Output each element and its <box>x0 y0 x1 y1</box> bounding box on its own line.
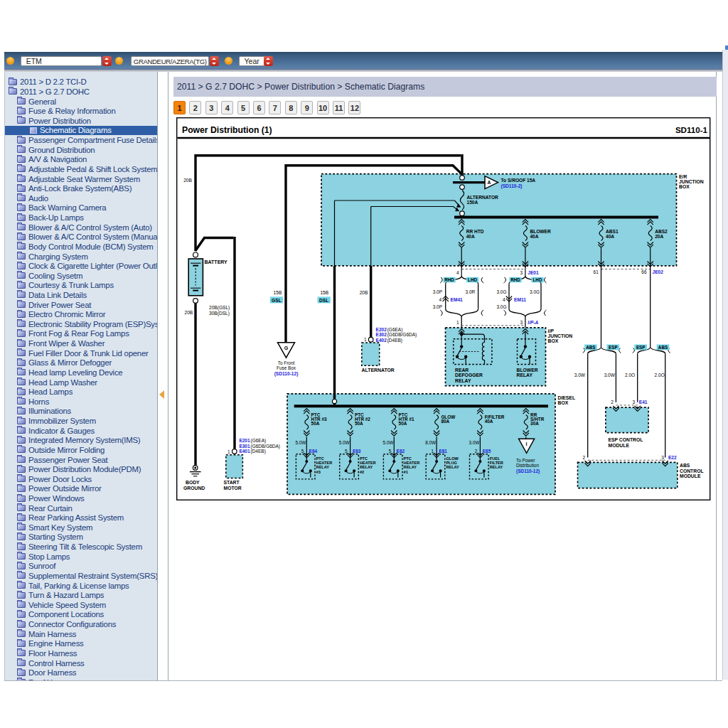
svg-text:30B(DSL): 30B(DSL) <box>209 311 230 316</box>
svg-text:ESP CONTROL: ESP CONTROL <box>609 437 643 442</box>
svg-text:RELAY: RELAY <box>517 373 533 378</box>
svg-text:(SD110-2): (SD110-2) <box>501 183 523 189</box>
svg-text:#3: #3 <box>316 470 321 474</box>
svg-text:4: 4 <box>503 297 505 302</box>
svg-text:RR HTD: RR HTD <box>466 229 484 234</box>
svg-text:DEFOGGER: DEFOGGER <box>455 373 483 378</box>
svg-text:PTC: PTC <box>360 456 368 461</box>
svg-text:3.0G: 3.0G <box>496 304 506 309</box>
svg-text:(D4EB): (D4EB) <box>251 449 266 454</box>
svg-text:E81: E81 <box>439 449 447 454</box>
svg-text:3: 3 <box>632 400 635 405</box>
svg-text:ABS: ABS <box>586 345 595 350</box>
svg-text:JUNCTION: JUNCTION <box>548 333 573 338</box>
svg-text:MODULE: MODULE <box>680 473 701 478</box>
svg-text:MODULE: MODULE <box>609 443 630 448</box>
svg-text:JUNCTION: JUNCTION <box>679 179 704 184</box>
svg-text:3.0G: 3.0G <box>530 289 540 294</box>
svg-text:I: I <box>526 441 528 446</box>
svg-text:3.0P: 3.0P <box>433 304 442 309</box>
svg-text:RELAY: RELAY <box>360 465 373 469</box>
svg-text:PLUG: PLUG <box>446 461 457 465</box>
svg-text:EM41: EM41 <box>451 297 464 302</box>
svg-text:BLOWER: BLOWER <box>530 229 551 234</box>
svg-text:FILTER: FILTER <box>490 461 503 465</box>
svg-text:4: 4 <box>439 297 442 302</box>
svg-text:3.0W: 3.0W <box>574 373 586 378</box>
svg-text:E401: E401 <box>239 449 250 454</box>
svg-text:PTC: PTC <box>316 456 324 461</box>
svg-text:CONTROL: CONTROL <box>680 469 704 473</box>
svg-text:HEATER: HEATER <box>404 461 420 465</box>
svg-text:GLOW: GLOW <box>446 456 459 461</box>
svg-text:BOX: BOX <box>548 338 559 343</box>
svg-text:5: 5 <box>345 449 348 454</box>
svg-text:5.0W: 5.0W <box>382 440 394 445</box>
svg-text:EM11: EM11 <box>514 297 526 302</box>
svg-text:JE02: JE02 <box>653 269 664 274</box>
svg-text:20A: 20A <box>655 234 663 239</box>
svg-text:LHD: LHD <box>533 277 542 282</box>
svg-text:40A: 40A <box>466 234 475 239</box>
svg-text:GSL: GSL <box>272 298 282 303</box>
svg-text:E84: E84 <box>309 449 318 454</box>
svg-text:2: 2 <box>582 455 585 460</box>
svg-text:ALTERNATOR: ALTERNATOR <box>467 195 499 200</box>
svg-text:HEATER: HEATER <box>316 461 333 465</box>
svg-text:RELAY: RELAY <box>455 378 471 383</box>
svg-text:RELAY: RELAY <box>446 465 459 469</box>
svg-text:BODY: BODY <box>186 480 200 485</box>
svg-text:5.0W: 5.0W <box>339 440 350 445</box>
svg-text:3: 3 <box>520 270 523 275</box>
svg-text:1: 1 <box>228 449 230 454</box>
svg-text:Distribution: Distribution <box>516 463 539 468</box>
svg-text:61: 61 <box>594 269 599 274</box>
svg-text:FUEL: FUEL <box>490 456 500 461</box>
svg-text:ABS: ABS <box>680 463 690 468</box>
svg-text:2: 2 <box>475 449 478 454</box>
svg-text:ABS2: ABS2 <box>655 229 668 234</box>
svg-text:5.0W: 5.0W <box>295 440 306 445</box>
svg-text:(D4EB): (D4EB) <box>387 338 402 343</box>
svg-text:BLOWER: BLOWER <box>517 368 538 373</box>
svg-text:3.0G: 3.0G <box>496 289 506 294</box>
svg-text:E402: E402 <box>376 338 387 343</box>
svg-text:A: A <box>488 180 491 185</box>
svg-text:LHD: LHD <box>468 277 477 282</box>
svg-text:RELAY: RELAY <box>490 465 503 469</box>
svg-text:4: 4 <box>456 270 459 275</box>
svg-text:(SD110-12): (SD110-12) <box>274 371 299 377</box>
svg-text:#2: #2 <box>360 470 364 474</box>
svg-text:RHD: RHD <box>444 277 454 282</box>
svg-text:1: 1 <box>432 449 434 454</box>
svg-text:E85: E85 <box>483 449 491 454</box>
svg-text:E202: E202 <box>376 327 387 332</box>
svg-text:RELAY: RELAY <box>316 465 330 469</box>
svg-text:80A: 80A <box>441 419 449 424</box>
svg-text:30A: 30A <box>530 421 539 426</box>
svg-text:ALTERNATOR: ALTERNATOR <box>362 368 395 373</box>
svg-text:#1: #1 <box>404 470 408 474</box>
svg-text:ABS1: ABS1 <box>606 229 619 234</box>
svg-text:BATTERY: BATTERY <box>205 259 228 264</box>
svg-text:MOTOR: MOTOR <box>224 486 242 491</box>
svg-text:REAR: REAR <box>455 368 469 373</box>
svg-text:40A: 40A <box>530 234 538 239</box>
svg-text:2.0O: 2.0O <box>655 373 665 378</box>
svg-text:Fuse Box: Fuse Box <box>277 365 296 370</box>
svg-text:BOX: BOX <box>679 184 690 189</box>
svg-text:15B: 15B <box>274 290 282 295</box>
svg-text:50A: 50A <box>355 421 363 426</box>
svg-text:(SD110-12): (SD110-12) <box>516 469 540 474</box>
svg-text:HEATER: HEATER <box>360 461 376 465</box>
svg-text:3.0W: 3.0W <box>469 440 480 445</box>
svg-text:PTC: PTC <box>404 456 412 461</box>
svg-text:8.0W: 8.0W <box>425 440 437 445</box>
svg-text:DSL: DSL <box>319 298 328 303</box>
svg-text:SD110-1: SD110-1 <box>675 125 708 134</box>
svg-text:5: 5 <box>301 449 304 454</box>
svg-text:To Front: To Front <box>278 360 295 365</box>
svg-text:3.0W: 3.0W <box>604 373 616 378</box>
svg-text:E/R: E/R <box>679 174 687 179</box>
svg-text:3: 3 <box>520 320 523 325</box>
